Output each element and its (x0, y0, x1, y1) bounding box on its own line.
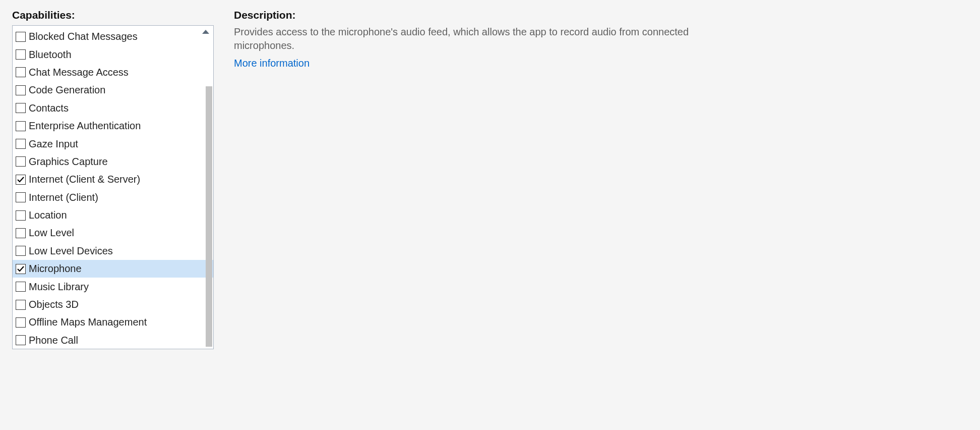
capability-label: Microphone (29, 263, 82, 275)
capability-label: Internet (Client) (29, 192, 98, 203)
capability-row[interactable]: Contacts (13, 99, 213, 117)
capabilities-heading: Capabilities: (12, 9, 214, 21)
capability-row[interactable]: Music Library (13, 278, 213, 295)
capability-row[interactable]: Low Level Devices (13, 242, 213, 260)
capability-checkbox[interactable] (16, 192, 26, 202)
capability-label: Offline Maps Management (29, 316, 147, 328)
capability-label: Low Level (29, 227, 74, 239)
capability-row[interactable]: Microphone (13, 260, 213, 278)
capability-label: Blocked Chat Messages (29, 31, 138, 42)
capability-row[interactable]: Blocked Chat Messages (13, 28, 213, 45)
capability-checkbox[interactable] (16, 121, 26, 131)
capability-label: Graphics Capture (29, 156, 108, 168)
capability-row[interactable]: Code Generation (13, 81, 213, 99)
capability-row[interactable]: Phone Call (13, 332, 213, 349)
more-information-link[interactable]: More information (234, 58, 968, 69)
capability-checkbox[interactable] (16, 103, 26, 113)
capability-checkbox[interactable] (16, 175, 26, 185)
capability-checkbox[interactable] (16, 210, 26, 221)
capability-label: Objects 3D (29, 299, 79, 310)
description-heading: Description: (234, 9, 968, 21)
capability-label: Low Level Devices (29, 245, 113, 257)
capability-label: Contacts (29, 102, 69, 114)
capability-row[interactable]: Enterprise Authentication (13, 117, 213, 135)
capability-checkbox[interactable] (16, 32, 26, 42)
capability-label: Gaze Input (29, 138, 78, 150)
capability-row[interactable]: Gaze Input (13, 135, 213, 152)
capability-checkbox[interactable] (16, 335, 26, 345)
capability-label: Code Generation (29, 84, 105, 96)
capability-label: Chat Message Access (29, 67, 129, 78)
capability-checkbox[interactable] (16, 317, 26, 328)
capability-row[interactable]: Objects 3D (13, 296, 213, 313)
capability-row[interactable]: Location (13, 206, 213, 224)
capability-checkbox[interactable] (16, 67, 26, 77)
capability-label: Location (29, 209, 67, 221)
capability-checkbox[interactable] (16, 85, 26, 95)
capability-label: Enterprise Authentication (29, 120, 141, 132)
scroll-up-arrow-icon[interactable] (202, 30, 209, 34)
capability-checkbox[interactable] (16, 228, 26, 238)
capability-label: Internet (Client & Server) (29, 174, 140, 185)
capability-row[interactable]: Offline Maps Management (13, 313, 213, 331)
scrollbar-thumb[interactable] (206, 86, 212, 347)
capability-checkbox[interactable] (16, 156, 26, 167)
description-text: Provides access to the microphone's audi… (234, 25, 708, 52)
capability-row[interactable]: Internet (Client) (13, 189, 213, 206)
capability-row[interactable]: Graphics Capture (13, 153, 213, 171)
capability-row[interactable]: Internet (Client & Server) (13, 171, 213, 188)
capability-row[interactable]: Low Level (13, 224, 213, 242)
capability-row[interactable]: Chat Message Access (13, 64, 213, 81)
capability-row[interactable]: Bluetooth (13, 45, 213, 63)
capability-checkbox[interactable] (16, 300, 26, 310)
capability-label: Phone Call (29, 335, 78, 346)
capability-label: Bluetooth (29, 49, 72, 61)
capabilities-listbox[interactable]: Blocked Chat MessagesBluetoothChat Messa… (12, 25, 214, 349)
capability-checkbox[interactable] (16, 246, 26, 256)
capability-checkbox[interactable] (16, 49, 26, 60)
capability-label: Music Library (29, 281, 89, 293)
capability-checkbox[interactable] (16, 264, 26, 274)
capability-checkbox[interactable] (16, 139, 26, 149)
capability-checkbox[interactable] (16, 282, 26, 292)
